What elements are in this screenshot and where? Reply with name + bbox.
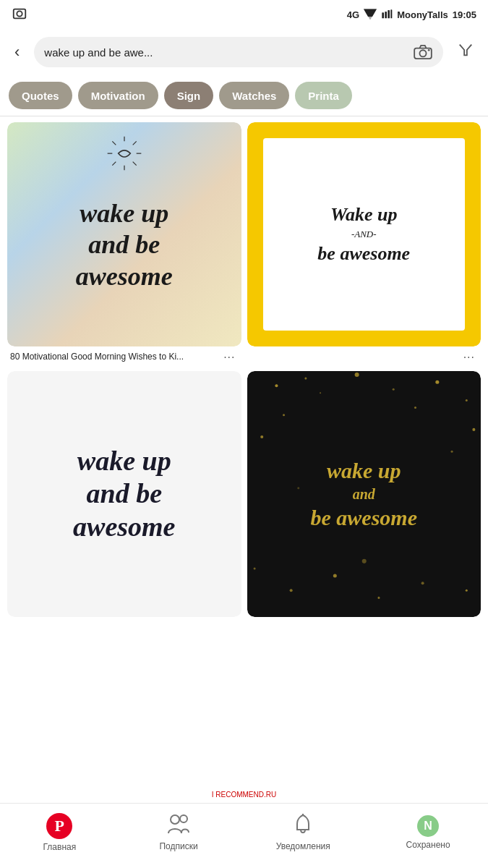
svg-point-35 — [289, 589, 292, 592]
card-4[interactable]: wake up and be awesome — [247, 371, 481, 623]
svg-point-20 — [304, 378, 307, 380]
svg-line-14 — [132, 162, 136, 166]
username-label: MoonyTalls — [397, 9, 448, 20]
bell-icon — [293, 814, 313, 838]
svg-point-27 — [283, 414, 285, 416]
search-text: wake up and be awe... — [44, 46, 407, 59]
search-box[interactable]: wake up and be awe... — [34, 37, 443, 67]
svg-point-31 — [333, 574, 336, 578]
svg-rect-7 — [391, 9, 393, 18]
status-photo-icon — [12, 6, 27, 25]
svg-rect-4 — [382, 12, 385, 18]
chips-row: Quotes Motivation Sign Watches Printa — [0, 75, 488, 116]
card-2-more[interactable]: ··· — [461, 351, 478, 364]
card-2-image: Wake up -AND- be awesome — [247, 122, 481, 346]
chip-sign[interactable]: Sign — [164, 82, 214, 109]
svg-point-23 — [435, 380, 439, 384]
chip-quotes[interactable]: Quotes — [9, 82, 72, 109]
svg-marker-3 — [364, 9, 377, 17]
watermark: I RECOMMEND.RU — [0, 789, 488, 800]
card-4-quote: wake up and be awesome — [311, 456, 417, 532]
svg-point-25 — [472, 428, 475, 431]
svg-point-32 — [377, 597, 380, 599]
svg-point-22 — [392, 388, 394, 391]
status-bar: 4G MoonyTalls 19:05 — [0, 0, 488, 29]
svg-point-37 — [361, 559, 366, 563]
card-2[interactable]: Wake up -AND- be awesome ··· — [247, 122, 481, 365]
search-bar: ‹ wake up and be awe... — [0, 29, 488, 75]
card-4-image: wake up and be awesome — [247, 371, 481, 617]
svg-point-40 — [180, 815, 187, 822]
svg-point-30 — [414, 407, 416, 409]
card-3[interactable]: wake upand beawesome — [7, 371, 241, 623]
svg-point-29 — [320, 392, 321, 393]
nav-notifications[interactable]: Уведомления — [276, 814, 330, 851]
results-grid: wake upand beawesome 80 Motivational Goo… — [0, 116, 488, 803]
svg-point-24 — [465, 399, 467, 401]
svg-point-39 — [171, 815, 179, 824]
svg-line-12 — [132, 141, 136, 145]
nav-saved[interactable]: N Сохранено — [406, 815, 450, 850]
svg-point-38 — [297, 487, 299, 489]
bottom-nav: P Главная Подписки Уведомления N Сохране… — [0, 803, 488, 868]
card-1-more[interactable]: ··· — [221, 351, 238, 364]
svg-line-16 — [112, 162, 116, 166]
card-1-image: wake upand beawesome — [7, 122, 241, 346]
chip-watches[interactable]: Watches — [219, 82, 289, 109]
svg-point-28 — [260, 435, 263, 438]
card-1-title: 80 Motivational Good Morning Wishes to K… — [10, 351, 221, 363]
network-label: 4G — [347, 9, 359, 20]
svg-rect-5 — [385, 12, 388, 18]
card-3-quote: wake upand beawesome — [73, 445, 175, 544]
svg-rect-6 — [388, 10, 390, 18]
svg-point-33 — [421, 582, 424, 584]
status-icons: 4G MoonyTalls 19:05 — [347, 9, 476, 20]
svg-point-1 — [17, 11, 22, 16]
card-2-quote: Wake up -AND- be awesome — [317, 202, 410, 268]
nav-following[interactable]: Подписки — [157, 813, 200, 851]
filter-button[interactable] — [452, 39, 479, 65]
pinterest-icon: P — [46, 813, 72, 839]
camera-icon[interactable] — [413, 44, 433, 60]
back-button[interactable]: ‹ — [9, 40, 25, 64]
time-label: 19:05 — [453, 9, 476, 20]
svg-point-19 — [275, 384, 278, 387]
svg-point-21 — [354, 373, 359, 377]
user-icon: N — [417, 815, 439, 837]
svg-point-34 — [465, 590, 467, 592]
chip-motivation[interactable]: Motivation — [78, 82, 158, 109]
chip-printa[interactable]: Printa — [295, 82, 352, 109]
card-3-image: wake upand beawesome — [7, 371, 241, 617]
svg-point-26 — [450, 451, 453, 453]
people-icon — [167, 813, 190, 838]
svg-line-18 — [112, 141, 116, 145]
card-1-quote: wake upand beawesome — [76, 198, 173, 292]
card-1[interactable]: wake upand beawesome 80 Motivational Goo… — [7, 122, 241, 365]
svg-point-9 — [419, 50, 426, 56]
svg-point-10 — [428, 49, 430, 51]
nav-home[interactable]: P Главная — [38, 813, 81, 852]
svg-point-36 — [253, 567, 255, 569]
